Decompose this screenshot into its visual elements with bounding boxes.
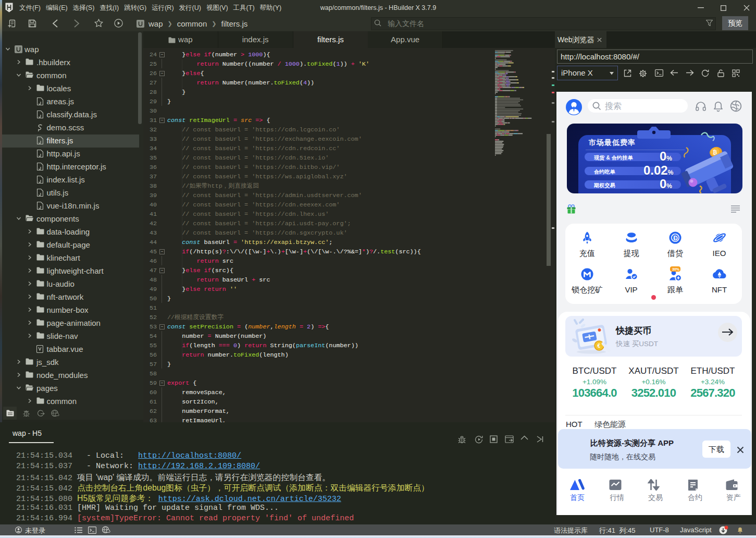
svg-text:€: € (598, 343, 601, 349)
svg-text:30%: 30% (672, 267, 680, 271)
svg-text:₿: ₿ (713, 150, 717, 155)
svg-text:Đ: Đ (673, 235, 678, 242)
